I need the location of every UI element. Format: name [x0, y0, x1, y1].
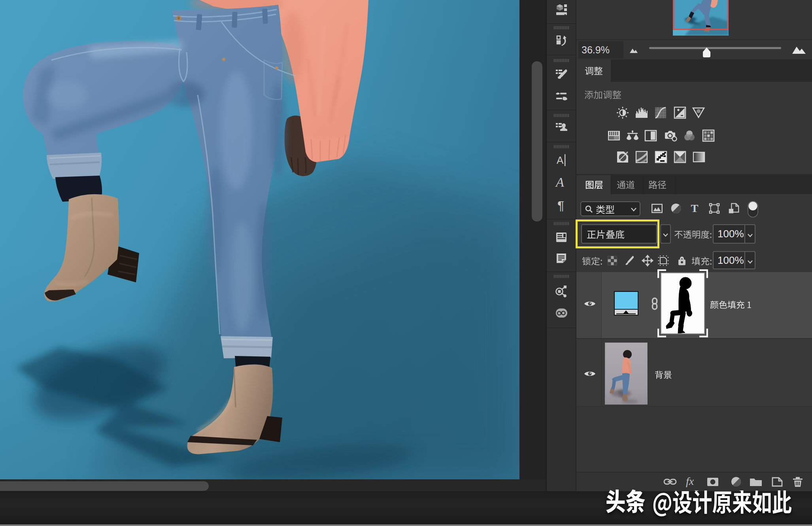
svg-text:A: A	[557, 154, 564, 166]
svg-text:¶: ¶	[557, 199, 564, 213]
svg-text:A: A	[555, 175, 564, 189]
svg-text:T: T	[691, 202, 699, 214]
